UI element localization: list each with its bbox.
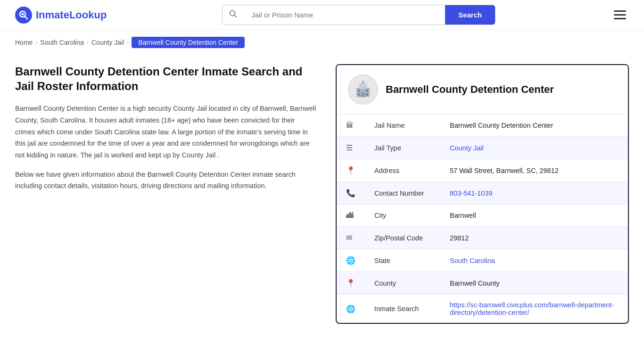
breadcrumb-jail-type[interactable]: County Jail: [91, 39, 124, 46]
table-value-cell: 803-541-1039: [440, 182, 628, 205]
row-icon: 🏙: [346, 211, 354, 219]
logo-icon: [15, 7, 32, 24]
row-icon: 🏛: [346, 121, 354, 129]
table-label-cell: Address: [365, 159, 440, 182]
svg-rect-7: [361, 92, 365, 97]
table-icon-cell: 🌐: [337, 295, 365, 323]
table-row: 📍 County Barnwell County: [337, 272, 628, 295]
table-row: 🌐 State South Carolina: [337, 249, 628, 272]
chevron-icon: ›: [35, 39, 37, 46]
page-title: Barnwell County Detention Center Inmate …: [15, 64, 317, 93]
table-value-link[interactable]: County Jail: [450, 144, 484, 152]
table-row: 🌐 Inmate Search https://sc-barnwell.civi…: [337, 295, 628, 323]
logo-text: InmateLookup: [36, 9, 107, 21]
table-icon-cell: 🏙: [337, 205, 365, 227]
chevron-icon: ›: [127, 39, 129, 46]
table-value: 57 Wall Street, Barnwell, SC, 29812: [450, 167, 559, 174]
card-title: Barnwell County Detention Center: [386, 83, 554, 96]
row-icon: 🌐: [346, 305, 355, 313]
table-value: Barnwell County: [450, 280, 500, 287]
breadcrumb-home[interactable]: Home: [15, 39, 33, 46]
table-icon-cell: 📍: [337, 272, 365, 295]
table-row: ✉ Zip/Postal Code 29812: [337, 227, 628, 249]
left-column: Barnwell County Detention Center Inmate …: [15, 64, 317, 324]
header: InmateLookup Search: [0, 0, 644, 30]
row-icon: 🌐: [346, 256, 355, 264]
table-label-cell: Inmate Search: [365, 295, 440, 323]
table-row: 📞 Contact Number 803-541-1039: [337, 182, 628, 205]
table-value-link[interactable]: South Carolina: [450, 257, 495, 264]
table-label-cell: City: [365, 205, 440, 227]
svg-line-4: [234, 15, 237, 17]
svg-rect-8: [358, 90, 360, 92]
breadcrumb-current: Barnwell County Detention Center: [132, 37, 245, 48]
table-value-cell: County Jail: [440, 137, 628, 159]
chevron-icon: ›: [87, 39, 89, 46]
hamburger-line: [614, 18, 626, 19]
table-row: 🏛 Jail Name Barnwell County Detention Ce…: [337, 115, 628, 137]
main-content: Barnwell County Detention Center Inmate …: [0, 55, 644, 343]
row-icon: 📍: [346, 166, 355, 174]
search-input[interactable]: [244, 5, 445, 25]
row-icon: 📞: [346, 189, 355, 197]
description-para1: Barnwell County Detention Center is a hi…: [15, 103, 317, 161]
table-value-cell: 29812: [440, 227, 628, 249]
search-button[interactable]: Search: [445, 5, 495, 25]
description-para2: Below we have given information about th…: [15, 169, 317, 192]
svg-rect-10: [358, 93, 360, 96]
row-icon: ☰: [346, 144, 353, 152]
row-icon: 📍: [346, 279, 355, 287]
svg-rect-6: [359, 83, 367, 89]
table-value-cell: Barnwell: [440, 205, 628, 227]
svg-point-2: [22, 13, 24, 15]
table-row: ☰ Jail Type County Jail: [337, 137, 628, 159]
table-label-cell: Zip/Postal Code: [365, 227, 440, 249]
hamburger-line: [614, 10, 626, 12]
table-value: 29812: [450, 234, 469, 242]
table-value-cell: 57 Wall Street, Barnwell, SC, 29812: [440, 159, 628, 182]
breadcrumb-state[interactable]: South Carolina: [40, 39, 84, 46]
hamburger-line: [614, 14, 626, 16]
row-icon: ✉: [346, 234, 352, 242]
table-icon-cell: ☰: [337, 137, 365, 159]
table-value-link[interactable]: https://sc-barnwell.civicplus.com/barnwe…: [450, 301, 614, 316]
table-row: 🏙 City Barnwell: [337, 205, 628, 227]
table-value: Barnwell: [450, 212, 476, 219]
table-row: 📍 Address 57 Wall Street, Barnwell, SC, …: [337, 159, 628, 182]
table-icon-cell: 🌐: [337, 249, 365, 272]
table-label-cell: Contact Number: [365, 182, 440, 205]
search-icon: [223, 10, 244, 20]
table-value-link[interactable]: 803-541-1039: [450, 189, 492, 197]
table-value-cell: Barnwell County Detention Center: [440, 115, 628, 137]
table-label-cell: Jail Name: [365, 115, 440, 137]
table-value: Barnwell County Detention Center: [450, 122, 553, 129]
info-table: 🏛 Jail Name Barnwell County Detention Ce…: [337, 114, 628, 323]
search-bar: Search: [222, 5, 495, 25]
table-label-cell: County: [365, 272, 440, 295]
svg-line-1: [25, 16, 28, 19]
table-icon-cell: ✉: [337, 227, 365, 249]
svg-rect-11: [366, 93, 368, 96]
table-label-cell: Jail Type: [365, 137, 440, 159]
svg-rect-9: [366, 90, 368, 92]
table-icon-cell: 📞: [337, 182, 365, 205]
table-icon-cell: 🏛: [337, 115, 365, 137]
table-value-cell: South Carolina: [440, 249, 628, 272]
table-value-cell: Barnwell County: [440, 272, 628, 295]
table-value-cell: https://sc-barnwell.civicplus.com/barnwe…: [440, 295, 628, 323]
breadcrumb: Home › South Carolina › County Jail › Ba…: [0, 30, 644, 55]
avatar: [348, 74, 378, 105]
card-header: Barnwell County Detention Center: [337, 65, 628, 114]
info-card: Barnwell County Detention Center 🏛 Jail …: [336, 64, 629, 324]
table-label-cell: State: [365, 249, 440, 272]
hamburger-menu[interactable]: [611, 8, 629, 22]
logo-link[interactable]: InmateLookup: [15, 7, 107, 24]
table-icon-cell: 📍: [337, 159, 365, 182]
